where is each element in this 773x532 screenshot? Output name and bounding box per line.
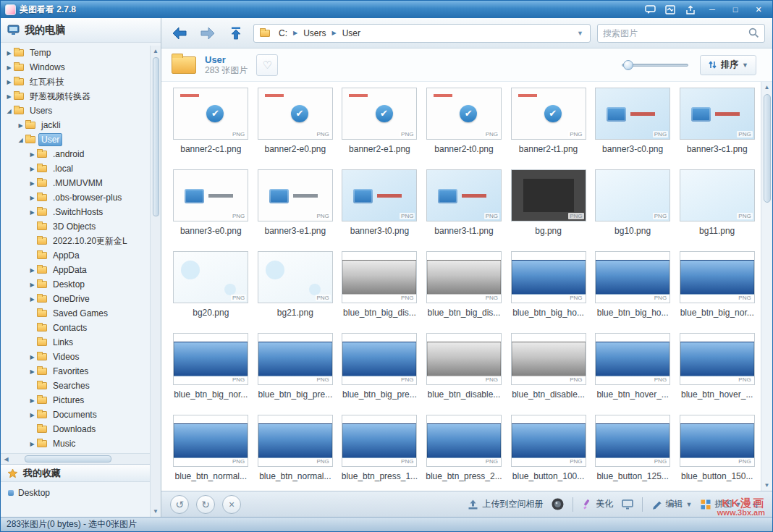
tree-item-Downloads[interactable]: Downloads (1, 422, 161, 436)
thumbnail-item[interactable]: PNGblue_button_100... (506, 415, 591, 491)
tree-item-jackli[interactable]: ▶jackli (1, 118, 161, 132)
zoom-slider[interactable] (622, 60, 688, 70)
collapsed-arrow-icon[interactable]: ▶ (28, 151, 36, 158)
thumbnail-image[interactable]: PNG (595, 251, 670, 303)
thumbnail-image[interactable]: PNG (342, 88, 417, 140)
scroll-down-icon[interactable]: ▼ (761, 480, 772, 491)
thumbnail-image[interactable]: PNG (426, 333, 502, 385)
tree-item-Documents[interactable]: ▶Documents (1, 408, 161, 422)
collapsed-arrow-icon[interactable]: ▶ (5, 50, 13, 56)
breadcrumb-dropdown-icon[interactable]: ▼ (575, 30, 585, 37)
thumbnail-item[interactable]: PNGbg.png (506, 169, 591, 251)
expanded-arrow-icon[interactable]: ◢ (5, 108, 13, 114)
thumbnail-item[interactable]: PNGblue_btn_hover_... (591, 333, 675, 415)
thumbnail-image[interactable]: PNG (511, 333, 586, 385)
collapsed-arrow-icon[interactable]: ▶ (28, 166, 36, 172)
rotate-left-button[interactable]: ↺ (170, 495, 189, 514)
scroll-up-icon[interactable]: ▲ (761, 82, 772, 93)
tree-item-Users[interactable]: ◢Users (1, 104, 161, 118)
thumbnail-image[interactable]: PNG (258, 251, 333, 303)
share-icon[interactable] (683, 3, 698, 16)
my-favorites-header[interactable]: 我的收藏 (1, 464, 161, 482)
scroll-left-icon[interactable]: ◀ (1, 454, 12, 465)
maximize-button[interactable]: □ (726, 3, 745, 16)
collage-dropdown-icon[interactable]: ▼ (735, 501, 741, 508)
thumbnail-image[interactable]: PNG (680, 251, 755, 303)
collapsed-arrow-icon[interactable]: ▶ (28, 397, 36, 404)
thumbnail-image[interactable]: PNG (173, 415, 248, 467)
thumbnail-item[interactable]: PNGbanner3-c0.png (591, 88, 675, 169)
scrollbar-thumb[interactable] (153, 57, 159, 216)
expanded-arrow-icon[interactable]: ◢ (17, 137, 25, 143)
thumbnail-image[interactable]: PNG (680, 333, 755, 385)
thumbnail-image[interactable]: PNG (595, 88, 670, 140)
thumbnail-image[interactable]: PNG (426, 251, 502, 303)
scrollbar-thumb[interactable] (764, 94, 771, 203)
thumbnail-image[interactable]: PNG (173, 88, 248, 140)
tree-item-.obs-browser-plus[interactable]: ▶.obs-browser-plus (1, 190, 161, 205)
scrollbar-thumb[interactable] (25, 455, 111, 463)
thumbnail-item[interactable]: PNGbanner3-e0.png (169, 169, 253, 251)
thumbnail-item[interactable]: PNGbg21.png (253, 251, 338, 333)
thumbnail-item[interactable]: PNGblue_btn_big_dis... (337, 251, 422, 333)
thumbnail-item[interactable]: PNGblue_btn_big_nor... (675, 251, 759, 333)
breadcrumb-segment[interactable]: C: (276, 28, 290, 39)
collapsed-arrow-icon[interactable]: ▶ (28, 412, 36, 418)
zoom-slider-thumb[interactable] (623, 60, 633, 70)
thumbnail-item[interactable]: PNGbanner3-c1.png (675, 88, 759, 169)
thumbnail-image[interactable]: PNG (173, 169, 248, 221)
thumbnail-image[interactable]: PNG (258, 169, 333, 221)
tree-item-Windows[interactable]: ▶Windows (1, 60, 161, 75)
collapsed-arrow-icon[interactable]: ▶ (28, 368, 36, 375)
collapsed-arrow-icon[interactable]: ▶ (28, 354, 36, 360)
thumbnail-image[interactable]: PNG (511, 169, 586, 221)
sort-button[interactable]: 排序 ▼ (700, 55, 756, 75)
thumbnail-image[interactable]: PNG (258, 88, 333, 140)
tree-item-AppData[interactable]: ▶AppData (1, 263, 161, 277)
collapsed-arrow-icon[interactable]: ▶ (28, 267, 36, 274)
thumbnail-item[interactable]: PNGblue_btn_big_pre... (253, 333, 338, 415)
up-folder-button[interactable] (225, 24, 247, 43)
thumbnail-item[interactable]: PNGblue_btn_big_pre... (337, 333, 422, 415)
tree-item-.SwitchHosts[interactable]: ▶.SwitchHosts (1, 205, 161, 219)
collapsed-arrow-icon[interactable]: ▶ (28, 441, 36, 447)
thumbnail-image[interactable]: PNG (680, 169, 755, 221)
thumbnail-item[interactable]: PNGbanner3-t0.png (337, 169, 422, 251)
thumbnail-item[interactable]: PNGblue_btn_big_ho... (506, 251, 591, 333)
thumbnail-item[interactable]: PNGblue_btn_big_nor... (169, 333, 253, 415)
delete-button[interactable]: × (222, 495, 241, 514)
search-icon[interactable] (748, 28, 759, 38)
thumbnail-item[interactable]: PNGbanner3-e1.png (253, 169, 338, 251)
thumbnail-item[interactable]: PNGbanner2-t0.png (422, 88, 507, 169)
thumbnail-image[interactable]: PNG (426, 415, 502, 467)
thumbnail-item[interactable]: PNGbanner2-t1.png (506, 88, 591, 169)
thumbnail-item[interactable]: PNGblue_btn_big_ho... (591, 251, 675, 333)
thumbnail-image[interactable]: PNG (511, 251, 586, 303)
tree-item-红瓦科技[interactable]: ▶红瓦科技 (1, 75, 161, 89)
collapsed-arrow-icon[interactable]: ▶ (5, 93, 13, 100)
thumbnail-image[interactable]: PNG (173, 333, 248, 385)
back-button[interactable] (169, 24, 190, 43)
search-input[interactable] (603, 28, 748, 38)
tree-item-Searches[interactable]: Searches (1, 379, 161, 393)
thumbnail-item[interactable]: PNGblue_button_150... (675, 415, 759, 491)
beautify-button[interactable]: 美化 (581, 498, 613, 510)
tree-item-Desktop[interactable]: ▶Desktop (1, 277, 161, 292)
favorite-item-Desktop[interactable]: Desktop (8, 488, 153, 498)
favorite-heart-button[interactable]: ♡ (256, 54, 278, 76)
feedback-icon[interactable] (642, 3, 658, 16)
tree-item-2022.10.20更新金L[interactable]: 2022.10.20更新金L (1, 234, 161, 248)
thumbnail-image[interactable]: PNG (426, 88, 502, 140)
thumbnail-item[interactable]: PNGblue_btn_normal... (169, 415, 253, 491)
thumbnail-image[interactable]: PNG (595, 415, 670, 467)
tree-item-.android[interactable]: ▶.android (1, 147, 161, 161)
collapsed-arrow-icon[interactable]: ▶ (17, 122, 25, 129)
scroll-down-icon[interactable]: ▼ (151, 506, 161, 517)
close-button[interactable]: ✕ (749, 3, 768, 16)
thumbnail-image[interactable]: PNG (426, 169, 502, 221)
thumbnail-item[interactable]: PNGbanner2-e1.png (337, 88, 422, 169)
sidebar-vertical-scrollbar[interactable]: ▲ ▼ (150, 46, 161, 517)
tree-item-3D Objects[interactable]: 3D Objects (1, 219, 161, 234)
thumbnail-item[interactable]: PNGblue_btn_normal... (253, 415, 338, 491)
sidebar-horizontal-scrollbar[interactable]: ◀ ▶ (1, 453, 161, 464)
